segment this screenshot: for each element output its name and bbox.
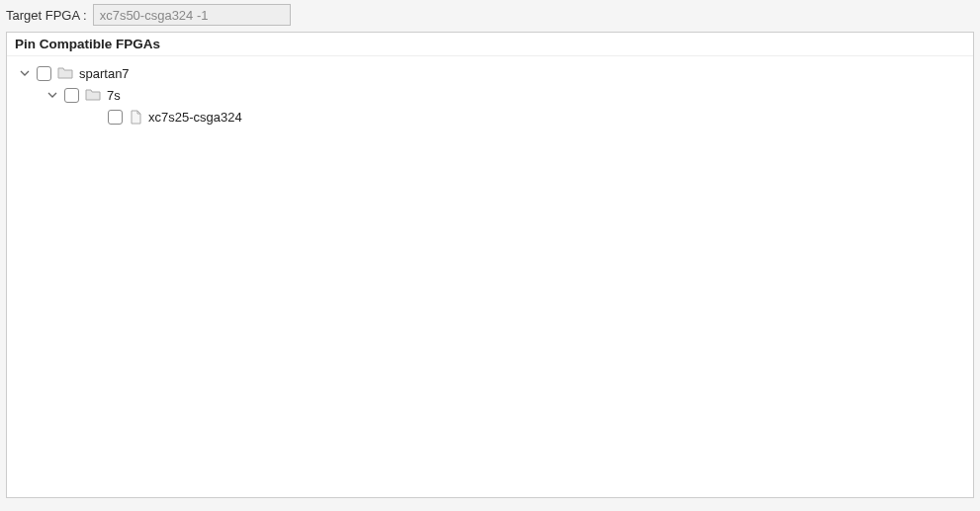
tree-node-xc7s25[interactable]: xc7s25-csga324 [13,106,967,128]
tree-node-label: xc7s25-csga324 [146,110,242,125]
chevron-down-icon[interactable] [19,67,31,79]
tree-node-spartan7[interactable]: spartan7 [13,62,967,84]
checkbox-xc7s25[interactable] [108,110,123,125]
tree-node-label: spartan7 [77,66,130,81]
tree-node-label: 7s [105,88,121,103]
pin-compatible-panel: Pin Compatible FPGAs spartan7 7s [6,32,974,498]
folder-icon [57,66,73,80]
tree-node-7s[interactable]: 7s [13,84,967,106]
file-icon [129,109,142,125]
target-fpga-row: Target FPGA : [0,0,980,32]
fpga-tree: spartan7 7s xc7s25-csga324 [7,56,973,497]
folder-icon [85,88,101,102]
chevron-down-icon[interactable] [46,89,58,101]
target-fpga-input[interactable] [93,4,291,26]
panel-title: Pin Compatible FPGAs [7,33,973,56]
checkbox-spartan7[interactable] [37,66,51,81]
target-fpga-label: Target FPGA : [6,8,87,23]
chevron-placeholder [90,111,102,123]
checkbox-7s[interactable] [64,88,79,103]
